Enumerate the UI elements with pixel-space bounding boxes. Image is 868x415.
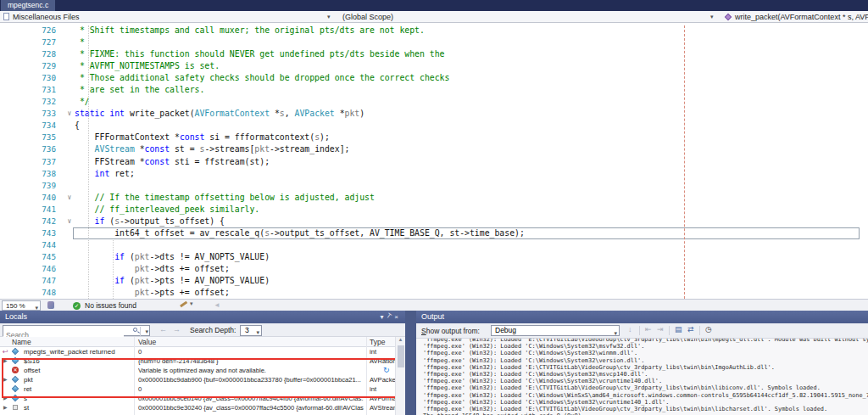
output-title-bar[interactable]: Output [416,311,868,323]
code-line[interactable]: 738 int ret; [0,168,868,180]
code-line[interactable]: 737 FFStream *const sti = ffstream(st); [0,156,868,168]
scope-dropdown[interactable]: (Global Scope) [342,13,393,21]
output-line: 'ffmpeg.exe' (Win32): Loaded 'E:\CTVITGi… [423,364,868,371]
code-line[interactable]: 726 * Shift timestamps and call muxer; t… [0,25,868,36]
code-line[interactable]: 742∨ if (s->output_ts_offset) { [0,216,868,227]
line-number: 747 [0,275,64,287]
variable-value[interactable]: {num=0 den=-2147483648 } [138,356,364,366]
variable-value[interactable]: 0x000001bbc9dab900 {buf=0x000001bbca2337… [138,375,364,384]
locals-panel: Locals ▾T× ▾ ← → Search Depth: 3 ▾ Name … [0,311,405,415]
chevron-down-icon[interactable]: ▾ [145,328,148,335]
locals-scrollbar[interactable]: ▲ [395,337,405,415]
fold-collapse-icon[interactable]: ∨ [64,192,75,204]
tool-icon[interactable] [47,301,54,309]
file-icon [3,13,9,20]
chevron-down-icon: ▾ [614,328,617,338]
zoom-level-dropdown[interactable]: 150 % ▾ [2,300,41,311]
line-number: 729 [0,60,64,72]
toolbar-divider [669,326,670,335]
code-line[interactable]: 748 pkt->pts += offset; [0,287,868,299]
code-line[interactable]: 730 * Those additional safety checks sho… [0,72,868,84]
chevron-down-icon[interactable]: ▾ [327,14,331,20]
word-wrap-icon[interactable]: ⇄ [687,325,694,334]
timestamp-icon[interactable]: ◷ [705,325,712,334]
pen-icon[interactable] [180,301,187,307]
search-back-icon[interactable]: ← [159,325,167,334]
variable-value[interactable]: 0x000001bbc9ceb140 {av_class=0x00007ffac… [138,394,364,403]
locals-row[interactable]: ▶$S16{num=0 den=-2147483648 }AVRational [0,356,395,366]
project-dropdown[interactable]: Miscellaneous Files [3,13,80,21]
expand-icon[interactable]: ▶ [3,375,8,384]
code-line[interactable]: 746 pkt->dts += offset; [0,263,868,275]
code-line[interactable]: 727 * [0,36,868,48]
output-source-dropdown[interactable]: Debug ▾ [491,325,620,336]
code-line[interactable]: 735 FFFormatContext *const si = ffformat… [0,132,868,143]
variable-value[interactable]: 0 [138,384,364,394]
search-depth-dropdown[interactable]: 3 ▾ [240,325,262,336]
expand-icon[interactable]: ▶ [3,394,8,403]
issues-status-text[interactable]: No issues found [85,300,136,311]
code-line[interactable]: 747 if (pkt->pts != AV_NOPTS_VALUE) [0,275,868,287]
output-line: 'ffmpeg.exe' (Win32): Loaded 'E:\CTVITGi… [423,384,868,391]
prev-message-icon[interactable]: ⇤ [645,325,652,334]
locals-row[interactable]: ✕offsetVariable is optimized away and no… [0,366,395,375]
chevron-down-icon[interactable]: ▾ [190,300,193,307]
search-icon[interactable] [133,328,137,332]
panel-splitter[interactable] [405,311,416,415]
fold-collapse-icon[interactable]: ∨ [64,216,75,227]
locals-row[interactable]: ▶pkt0x000001bbc9dab900 {buf=0x000001bbca… [0,375,395,384]
search-depth-value: 3 [245,326,249,334]
code-line[interactable]: 743 int64_t offset = av_rescale_q(s->out… [0,227,868,239]
code-text: int ret; [75,168,868,180]
code-line[interactable]: 732 */ [0,96,868,108]
health-check-icon[interactable]: ✓ [73,302,81,310]
hscroll-left-arrow-icon[interactable]: ◄ [214,301,220,309]
code-line[interactable]: 741 // ff_interleaved_peek similarly. [0,204,868,216]
output-panel: Output Show output from: Debug ▾ ↓ ⇤ ⇥ ▤… [416,311,868,415]
column-header-name[interactable]: Name [12,338,31,346]
locals-title-bar[interactable]: Locals ▾T× [0,311,405,323]
member-dropdown[interactable]: write_packet(AVFormatContext * s, AVPack… [726,13,868,21]
code-text: static int write_packet(AVFormatContext … [75,108,868,120]
fold-margin [64,227,75,239]
code-line[interactable]: 739 [0,180,868,192]
code-line[interactable]: 744 [0,239,868,251]
find-message-icon[interactable]: ↓ [628,325,632,334]
refresh-icon[interactable]: ↻ [383,366,390,375]
code-line[interactable]: 733∨static int write_packet(AVFormatCont… [0,108,868,120]
variable-value[interactable]: 0x000001bbc9e30240 {av_class=0x00007ffac… [138,403,364,412]
locals-row[interactable]: ▶st0x000001bbc9e30240 {av_class=0x00007f… [0,403,395,412]
expand-icon[interactable]: ▶ [3,356,8,366]
fold-collapse-icon[interactable]: ∨ [64,108,75,120]
code-line[interactable]: 728 * FIXME: this function should NEVER … [0,48,868,60]
clear-all-icon[interactable]: ▤ [675,325,682,334]
search-forward-icon[interactable]: → [173,325,181,334]
returned-value-icon: ↩ [3,348,8,356]
chevron-down-icon[interactable]: ▾ [710,14,714,20]
scrollbar-thumb[interactable] [398,345,404,367]
locals-row[interactable]: ret0int [0,384,395,394]
variable-value[interactable]: Variable is optimized away and not avail… [138,366,364,375]
code-line[interactable]: 740∨ // If the timestamp offsetting belo… [0,192,868,204]
code-line[interactable]: 729 * AVFMT_NOTIMESTAMPS is set. [0,60,868,72]
code-line[interactable]: 731 * are set in the callers. [0,84,868,96]
locals-row[interactable]: ▶s0x000001bbc9ceb140 {av_class=0x00007ff… [0,394,395,403]
var-icon [12,357,19,364]
code-line[interactable]: 736 AVStream *const st = s->streams[pkt-… [0,143,868,155]
locals-row[interactable]: ↩mpegts_write_packet returned0int [0,347,395,356]
code-editor[interactable]: 726 * Shift timestamps and call muxer; t… [0,23,868,299]
code-line[interactable]: 745 if (pkt->dts != AV_NOPTS_VALUE) [0,251,868,263]
tab-mpegtsenc[interactable]: mpegtsenc.c [1,0,55,11]
next-message-icon[interactable]: ⇥ [657,325,664,334]
output-line: 'ffmpeg.exe' (Win32): Loaded 'C:\Windows… [423,343,868,350]
line-number: 743 [0,227,64,239]
fold-margin [64,120,75,132]
column-header-type[interactable]: Type [370,338,385,346]
chevron-down-icon: ▾ [256,328,259,337]
variable-value[interactable]: 0 [138,347,364,356]
column-header-value[interactable]: Value [138,338,156,346]
output-log[interactable]: 'ffmpeg.exe' (Win32): Loaded 'E:\CTVITGi… [416,339,868,415]
expand-icon[interactable]: ▶ [3,403,8,412]
code-text: { [75,120,868,132]
code-line[interactable]: 734{ [0,120,868,132]
